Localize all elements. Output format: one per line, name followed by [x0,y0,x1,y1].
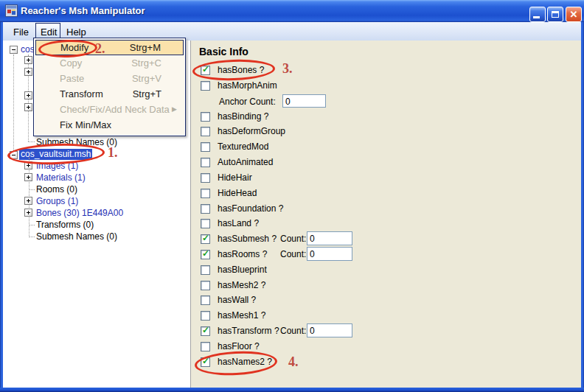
checkbox-HideHair[interactable]: ✓ [201,173,210,183]
shortcut-transform: Strg+T [133,86,161,102]
menu-file[interactable]: File [13,26,29,38]
annotation-number-4: 4. [288,354,299,370]
tree-root1-child-expander[interactable] [24,103,32,111]
checkbox-hasMesh2[interactable]: ✓ [201,281,210,290]
tree-node-transforms[interactable]: Transforms (0) [36,220,94,231]
tree-root1-child-expander[interactable] [24,68,32,76]
tree-expander-materials[interactable] [24,173,32,181]
label-hasBinding[interactable]: hasBinding ? [218,111,268,122]
tree-root1-label[interactable]: cos [21,44,35,55]
checkbox-hasLand[interactable]: ✓ [201,219,210,228]
label-HideHead[interactable]: HideHead [218,188,257,199]
annotation-number-1: 1. [108,145,118,161]
tree-connector [28,141,35,142]
transform-count-input[interactable] [307,323,352,337]
window-border-bottom [0,388,584,392]
tree-expander-groups[interactable] [24,197,32,205]
checkbox-AutoAnimated[interactable]: ✓ [201,158,210,167]
checkbox-hasDeformGroup[interactable]: ✓ [201,127,210,136]
label-hasBlueprint[interactable]: hasBlueprint [218,265,267,276]
tree-root1-child-expander[interactable] [24,91,32,99]
tree-connector [29,237,35,237]
label-hasMorphAnim[interactable]: hasMorphAnim [218,80,277,91]
label-hasFoundation[interactable]: hasFoundation ? [218,203,283,214]
shortcut-paste: Strg+V [132,71,161,86]
label-hasFloor[interactable]: hasFloor ? [218,341,260,352]
checkbox-hasTransform[interactable]: ✓ [201,326,210,336]
checkbox-TexturedMod[interactable]: ✓ [201,142,210,152]
close-button[interactable]: ✕ [566,7,582,22]
menu-item-paste: Paste Strg+V [35,71,184,86]
label-hasSubmesh[interactable]: hasSubmesh ? [218,234,277,245]
tree-node-bones[interactable]: Bones (30) 1E449A00 [36,208,123,219]
basic-info-title: Basic Info [199,46,248,57]
label-hasLand[interactable]: hasLand ? [218,218,259,229]
anchor-count-input[interactable] [282,94,326,108]
submenu-arrow-icon: ▶ [172,102,177,117]
label-hasMesh1[interactable]: hasMesh1 ? [218,310,265,321]
submesh-count-input[interactable] [307,231,352,245]
checkbox-hasWall[interactable]: ✓ [201,295,210,305]
checkbox-hasBinding[interactable]: ✓ [201,112,210,122]
tree-node-rooms[interactable]: Rooms (0) [36,184,77,195]
label-hasRooms[interactable]: hasRooms ? [218,249,267,260]
menu-help[interactable]: Help [66,26,86,38]
label-AutoAnimated[interactable]: AutoAnimated [218,157,273,168]
checkbox-HideHead[interactable]: ✓ [201,189,210,198]
shortcut-modify: Strg+M [130,41,161,55]
menu-item-copy: Copy Strg+C [35,55,184,71]
menu-edit[interactable]: Edit [41,26,57,38]
label-hasMesh2[interactable]: hasMesh2 ? [218,280,265,291]
minimize-icon [533,16,540,18]
tree-node-submesh-names[interactable]: Submesh Names (0) [36,231,117,242]
tree-connector [13,55,14,152]
check-icon: ✓ [202,233,209,243]
checkbox-hasBlueprint[interactable]: ✓ [201,265,210,275]
checkbox-hasMesh1[interactable]: ✓ [201,311,210,321]
label-hasWall[interactable]: hasWall ? [218,295,256,306]
menu-item-fix-min-max[interactable]: Fix Min/Max [35,117,184,133]
check-icon: ✓ [202,248,209,259]
shortcut-copy: Strg+C [131,55,161,71]
checkbox-hasRooms[interactable]: ✓ [201,250,210,259]
maximize-button[interactable] [547,7,563,22]
label-anchor-count: Anchor Count: [219,97,276,108]
annotation-number-3: 3. [282,61,293,77]
label-transform-count: Count: [280,326,306,337]
minimize-button[interactable] [529,7,546,22]
annotation-number-2: 2. [95,41,105,57]
window-title: Reacher's Msh Manipulator [21,5,145,16]
label-hasTransform[interactable]: hasTransform ? [218,326,279,337]
application-window: Reacher's Msh Manipulator ✕ File Edit He… [0,0,584,392]
tree-node-groups[interactable]: Groups (1) [36,196,78,207]
tree-connector [29,225,35,225]
checkbox-hasFoundation[interactable]: ✓ [201,204,210,214]
maximize-icon [552,11,559,18]
app-icon [5,4,18,17]
label-submesh-count: Count: [280,234,306,245]
label-TexturedMod[interactable]: TexturedMod [218,141,268,153]
titlebar[interactable]: Reacher's Msh Manipulator ✕ [0,0,584,22]
close-icon: ✕ [570,9,578,20]
tree-connector [29,189,35,190]
label-hasDeformGroup[interactable]: hasDeformGroup [218,126,285,137]
checkbox-hasFloor[interactable]: ✓ [201,342,210,351]
tree-root1-child-expander[interactable] [24,56,32,64]
label-rooms-count: Count: [280,249,306,260]
check-icon: ✓ [202,325,209,335]
checkbox-hasSubmesh[interactable]: ✓ [201,234,210,244]
tree-expander-bones[interactable] [24,209,32,217]
tree-node-materials[interactable]: Materials (1) [36,172,86,183]
menu-item-transform[interactable]: Transform Strg+T [35,86,184,102]
rooms-count-input[interactable] [307,247,352,261]
label-HideHair[interactable]: HideHair [218,172,252,183]
menu-item-check-fix-add-neck-data: Check/Fix/Add Neck Data ▶ [35,102,184,117]
checkbox-hasMorphAnim[interactable]: ✓ [201,81,210,91]
tree-root1-collapse-expander[interactable] [10,46,18,54]
window-border-right [581,22,584,392]
